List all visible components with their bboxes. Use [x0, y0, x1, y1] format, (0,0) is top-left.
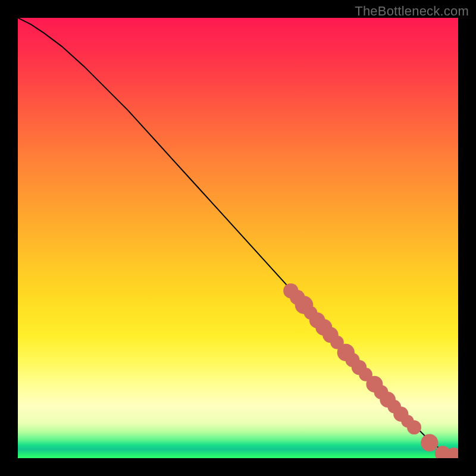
watermark-label: TheBottleneck.com	[355, 4, 469, 19]
chart-frame: TheBottleneck.com	[0, 0, 476, 476]
plot-area	[18, 18, 458, 458]
